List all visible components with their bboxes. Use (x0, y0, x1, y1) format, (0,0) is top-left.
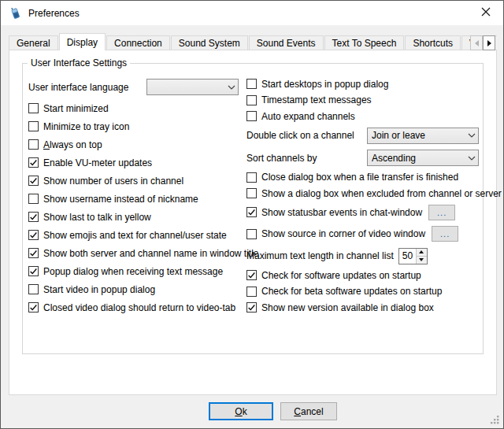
user-interface-settings-group: User Interface Settings User interface l… (22, 63, 484, 354)
options-button-show-statusbar-events-in-chat-window[interactable]: ... (428, 205, 455, 220)
checkbox-start-minimized[interactable] (28, 103, 39, 113)
tab-text-to-speech[interactable]: Text To Speech (324, 35, 405, 50)
label-start-minimized[interactable]: Start minimized (43, 103, 109, 114)
row-check-for-beta-software-updates-on-startup[interactable]: Check for beta software updates on start… (246, 287, 483, 297)
label-show-new-version-available-in-dialog-box[interactable]: Show new version available in dialog box (261, 302, 434, 313)
combobox-sort-channels-by[interactable]: Ascending (367, 150, 479, 166)
label-show-username-instead-of-nickname[interactable]: Show username instead of nickname (43, 194, 198, 205)
label-close-dialog-box-when-a-file-transfer-is-finished[interactable]: Close dialog box when a file transfer is… (261, 172, 458, 183)
checkbox-show-new-version-available-in-dialog-box[interactable] (246, 302, 257, 313)
checkbox-minimize-to-tray-icon[interactable] (28, 121, 39, 131)
label-enable-vu-meter-updates[interactable]: Enable VU-meter updates (43, 157, 152, 168)
row-start-minimized[interactable]: Start minimized (28, 103, 241, 113)
label-show-source-in-corner-of-video-window[interactable]: Show source in corner of video window (261, 228, 425, 239)
row-check-for-software-updates-on-startup[interactable]: Check for software updates on startup (246, 270, 483, 280)
row-show-last-to-talk-in-yellow[interactable]: Show last to talk in yellow (28, 212, 241, 222)
label-always-on-top[interactable]: Always on top (43, 139, 102, 150)
label-popup-dialog-when-receiving-text-message[interactable]: Popup dialog when receiving text message (43, 266, 223, 277)
row-show-statusbar-events-in-chat-window[interactable]: Show statusbar events in chat-window... (246, 205, 483, 220)
row-minimize-to-tray-icon[interactable]: Minimize to tray icon (28, 121, 241, 131)
checkbox-popup-dialog-when-receiving-text-message[interactable] (28, 266, 39, 276)
close-button[interactable] (468, 1, 503, 24)
row-always-on-top[interactable]: Always on top (28, 139, 241, 150)
checkbox-show-number-of-users-in-channel[interactable] (28, 176, 39, 186)
ok-button[interactable]: Ok (209, 402, 273, 420)
preferences-dialog: Preferences GeneralDisplayConnectionSoun… (0, 0, 504, 429)
checkbox-show-emojis-and-text-for-channel-user-state[interactable] (28, 230, 39, 240)
spinbox-value-maximum-text-length-in-channel-list[interactable]: 50 (399, 249, 416, 264)
label-minimize-to-tray-icon[interactable]: Minimize to tray icon (43, 121, 129, 132)
row-start-desktops-in-popup-dialog[interactable]: Start desktops in popup dialog (246, 79, 483, 89)
row-start-video-in-popup-dialog[interactable]: Start video in popup dialog (28, 284, 241, 294)
checkbox-start-video-in-popup-dialog[interactable] (28, 284, 39, 294)
cancel-button[interactable]: Cancel (280, 402, 337, 420)
triangle-left-icon (475, 40, 479, 46)
row-show-source-in-corner-of-video-window[interactable]: Show source in corner of video window... (246, 226, 483, 242)
row-auto-expand-channels[interactable]: Auto expand channels (246, 111, 483, 121)
label-start-desktops-in-popup-dialog[interactable]: Start desktops in popup dialog (261, 79, 388, 90)
spin-buttons (416, 249, 427, 264)
combobox-user-interface-language[interactable] (146, 79, 239, 95)
row-enable-vu-meter-updates[interactable]: Enable VU-meter updates (28, 157, 241, 168)
checkbox-timestamp-text-messages[interactable] (246, 95, 257, 105)
row-show-emojis-and-text-for-channel-user-state[interactable]: Show emojis and text for channel/user st… (28, 230, 241, 240)
label-show-emojis-and-text-for-channel-user-state[interactable]: Show emojis and text for channel/user st… (43, 230, 227, 241)
close-icon (481, 7, 491, 19)
label-auto-expand-channels[interactable]: Auto expand channels (261, 111, 355, 122)
row-show-both-server-and-channel-name-in-window-title[interactable]: Show both server and channel name in win… (28, 248, 241, 258)
label-show-both-server-and-channel-name-in-window-title[interactable]: Show both server and channel name in win… (43, 248, 259, 259)
checkbox-check-for-beta-software-updates-on-startup[interactable] (246, 287, 257, 297)
title-bar[interactable]: Preferences (1, 1, 503, 25)
row-show-number-of-users-in-channel[interactable]: Show number of users in channel (28, 176, 241, 186)
row-maximum-text-length-in-channel-list: Maximum text length in channel list50 (246, 248, 483, 264)
label-show-a-dialog-box-when-excluded-from-channel-or-server[interactable]: Show a dialog box when excluded from cha… (261, 188, 502, 199)
checkbox-start-desktops-in-popup-dialog[interactable] (246, 79, 257, 89)
checkbox-auto-expand-channels[interactable] (246, 111, 257, 121)
tab-scroll-right-button[interactable] (483, 35, 495, 50)
row-timestamp-text-messages[interactable]: Timestamp text messages (246, 95, 483, 105)
row-closed-video-dialog-should-return-to-video-tab[interactable]: Closed video dialog should return to vid… (28, 302, 241, 313)
checkbox-close-dialog-box-when-a-file-transfer-is-finished[interactable] (246, 172, 257, 183)
display-tab-page: User Interface Settings User interface l… (9, 50, 497, 395)
checkbox-show-last-to-talk-in-yellow[interactable] (28, 212, 39, 222)
row-show-new-version-available-in-dialog-box[interactable]: Show new version available in dialog box (246, 302, 483, 313)
checkbox-show-a-dialog-box-when-excluded-from-channel-or-server[interactable] (246, 188, 257, 198)
row-show-a-dialog-box-when-excluded-from-channel-or-server[interactable]: Show a dialog box when excluded from cha… (246, 188, 483, 198)
spinbox-maximum-text-length-in-channel-list[interactable]: 50 (398, 248, 428, 264)
checkbox-check-for-software-updates-on-startup[interactable] (246, 270, 257, 280)
tab-sound-events[interactable]: Sound Events (249, 35, 324, 50)
label-check-for-beta-software-updates-on-startup[interactable]: Check for beta software updates on start… (261, 286, 442, 297)
spin-up-button[interactable] (417, 249, 427, 257)
label-start-video-in-popup-dialog[interactable]: Start video in popup dialog (43, 284, 155, 295)
label-sort-channels-by: Sort channels by (246, 153, 367, 164)
label-show-last-to-talk-in-yellow[interactable]: Show last to talk in yellow (43, 212, 151, 223)
row-popup-dialog-when-receiving-text-message[interactable]: Popup dialog when receiving text message (28, 266, 241, 276)
checkbox-show-username-instead-of-nickname[interactable] (28, 194, 39, 204)
checkbox-always-on-top[interactable] (28, 139, 39, 150)
label-check-for-software-updates-on-startup[interactable]: Check for software updates on startup (261, 270, 421, 281)
window-title: Preferences (28, 8, 80, 19)
checkbox-show-statusbar-events-in-chat-window[interactable] (246, 207, 257, 217)
checkbox-show-both-server-and-channel-name-in-window-title[interactable] (28, 248, 39, 258)
tab-shortcuts[interactable]: Shortcuts (405, 35, 461, 50)
checkbox-show-source-in-corner-of-video-window[interactable] (246, 229, 257, 239)
checkbox-enable-vu-meter-updates[interactable] (28, 157, 39, 168)
tab-scroll-left-button[interactable] (470, 35, 483, 50)
label-timestamp-text-messages[interactable]: Timestamp text messages (261, 94, 372, 105)
tab-general[interactable]: General (9, 35, 58, 50)
combobox-value-sort-channels-by: Ascending (372, 153, 465, 164)
tab-display[interactable]: Display (59, 33, 106, 50)
triangle-down-icon (419, 258, 424, 261)
spin-down-button[interactable] (417, 257, 427, 264)
row-show-username-instead-of-nickname[interactable]: Show username instead of nickname (28, 194, 241, 204)
label-show-number-of-users-in-channel[interactable]: Show number of users in channel (43, 176, 183, 187)
tab-connection[interactable]: Connection (106, 35, 170, 50)
resize-grip[interactable] (490, 415, 500, 425)
combobox-double-click-on-a-channel[interactable]: Join or leave (367, 128, 479, 144)
row-close-dialog-box-when-a-file-transfer-is-finished[interactable]: Close dialog box when a file transfer is… (246, 172, 483, 183)
options-button-show-source-in-corner-of-video-window[interactable]: ... (432, 226, 458, 242)
label-show-statusbar-events-in-chat-window[interactable]: Show statusbar events in chat-window (261, 207, 422, 218)
tab-sound-system[interactable]: Sound System (171, 35, 248, 50)
checkbox-closed-video-dialog-should-return-to-video-tab[interactable] (28, 302, 39, 313)
label-closed-video-dialog-should-return-to-video-tab[interactable]: Closed video dialog should return to vid… (43, 302, 235, 313)
